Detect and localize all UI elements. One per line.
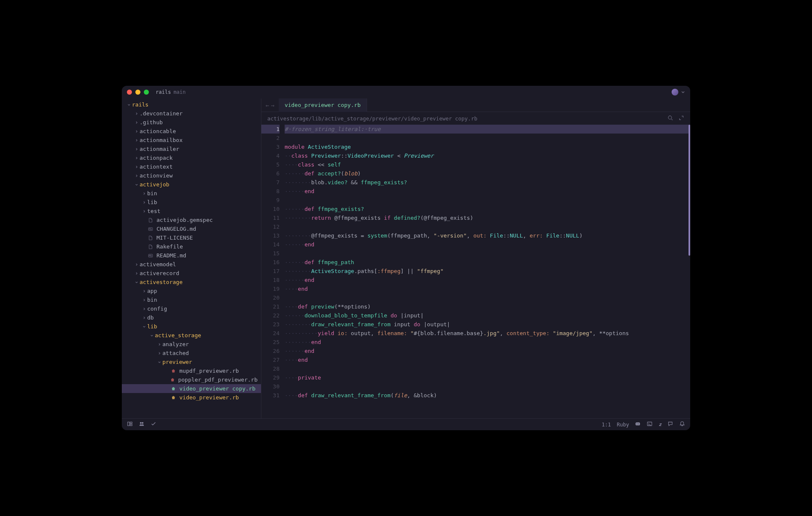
tree-folder[interactable]: active_storage	[122, 331, 261, 340]
chevron-down-icon[interactable]	[149, 334, 155, 337]
chevron-down-icon[interactable]	[681, 89, 685, 96]
tree-folder[interactable]: bin	[122, 295, 261, 304]
zed-icon[interactable]: z	[658, 422, 661, 427]
tree-folder[interactable]: activejob	[122, 180, 261, 189]
code-line[interactable]: ··········yield io: output, filename: "#…	[285, 329, 690, 338]
code-line[interactable]: ········blob.video? && ffmpeg_exists?	[285, 178, 690, 187]
tree-folder[interactable]: bin	[122, 189, 261, 198]
chevron-right-icon[interactable]	[134, 139, 140, 142]
tree-file[interactable]: CHANGELOG.md	[122, 224, 261, 233]
chevron-down-icon[interactable]	[134, 281, 140, 284]
scrollbar-thumb[interactable]	[689, 125, 690, 256]
tree-file[interactable]: Rakefile	[122, 242, 261, 251]
diagnostics-icon[interactable]	[151, 421, 156, 428]
tree-folder[interactable]: attached	[122, 349, 261, 358]
code-line[interactable]	[285, 364, 690, 373]
language-mode[interactable]: Ruby	[617, 422, 629, 428]
code-line[interactable]: ······def ffmpeg_path	[285, 258, 690, 267]
tree-folder[interactable]: actionpack	[122, 153, 261, 162]
chevron-right-icon[interactable]	[134, 263, 140, 266]
notifications-icon[interactable]	[679, 421, 685, 428]
chevron-right-icon[interactable]	[134, 165, 140, 169]
tree-folder[interactable]: actionmailer	[122, 145, 261, 153]
terminal-icon[interactable]	[647, 421, 653, 428]
tree-folder[interactable]: rails	[122, 100, 261, 109]
tree-folder[interactable]: actiontext	[122, 162, 261, 171]
tree-folder[interactable]: actioncable	[122, 127, 261, 136]
chevron-down-icon[interactable]	[134, 183, 140, 186]
tree-folder[interactable]: actionview	[122, 171, 261, 180]
file-tree[interactable]: rails.devcontainer.githubactioncableacti…	[122, 98, 261, 418]
cursor-position[interactable]: 1:1	[602, 422, 611, 428]
chevron-right-icon[interactable]	[141, 201, 147, 204]
chevron-right-icon[interactable]	[141, 192, 147, 195]
minimize-window-button[interactable]	[135, 90, 140, 95]
chevron-right-icon[interactable]	[134, 147, 140, 151]
tree-folder[interactable]: db	[122, 313, 261, 322]
copilot-icon[interactable]	[635, 421, 641, 428]
code-line[interactable]: ······def accept?(blob)	[285, 169, 690, 178]
code-line[interactable]: ······end	[285, 276, 690, 284]
tree-folder[interactable]: lib	[122, 198, 261, 207]
code-line[interactable]	[285, 249, 690, 258]
code-line[interactable]: ······def ffmpeg_exists?	[285, 205, 690, 213]
nav-forward-icon[interactable]: →	[271, 102, 274, 109]
code-line[interactable]: ······end	[285, 187, 690, 196]
tree-folder[interactable]: lib	[122, 322, 261, 331]
code-area[interactable]: 1234567891011121314151617181920212223242…	[261, 125, 690, 418]
code-line[interactable]: ········end	[285, 338, 690, 347]
tree-folder[interactable]: .github	[122, 118, 261, 127]
tree-folder[interactable]: activerecord	[122, 269, 261, 278]
code-line[interactable]: ····def draw_relevant_frame_from(file, &…	[285, 391, 690, 400]
tree-folder[interactable]: app	[122, 287, 261, 295]
chevron-right-icon[interactable]	[141, 289, 147, 293]
maximize-window-button[interactable]	[144, 90, 149, 95]
tree-file[interactable]: README.md	[122, 251, 261, 260]
chevron-right-icon[interactable]	[141, 307, 147, 311]
chevron-right-icon[interactable]	[141, 298, 147, 302]
expand-icon[interactable]	[678, 115, 684, 122]
tree-folder[interactable]: activemodel	[122, 260, 261, 269]
code-line[interactable]: ········return @ffmpeg_exists if defined…	[285, 213, 690, 222]
tree-folder[interactable]: actionmailbox	[122, 136, 261, 145]
tree-folder[interactable]: activestorage	[122, 278, 261, 287]
git-branch[interactable]: main	[173, 89, 186, 95]
chevron-right-icon[interactable]	[156, 352, 162, 355]
tree-file[interactable]: MIT-LICENSE	[122, 233, 261, 242]
chevron-right-icon[interactable]	[156, 343, 162, 346]
nav-back-icon[interactable]: ←	[266, 102, 269, 109]
chevron-down-icon[interactable]	[156, 360, 162, 364]
chevron-right-icon[interactable]	[134, 130, 140, 133]
code-line[interactable]	[285, 134, 690, 142]
tree-folder[interactable]: analyzer	[122, 340, 261, 349]
tree-file[interactable]: mupdf_previewer.rb	[122, 366, 261, 375]
tree-folder[interactable]: previewer	[122, 358, 261, 366]
search-icon[interactable]	[667, 115, 673, 122]
tree-file[interactable]: video_previewer copy.rb	[122, 384, 261, 393]
tree-folder[interactable]: .devcontainer	[122, 109, 261, 118]
code-line[interactable]: ········draw_relevant_frame_from input d…	[285, 320, 690, 329]
code-line[interactable]: ····private	[285, 373, 690, 382]
feedback-icon[interactable]	[667, 421, 673, 428]
project-panel-icon[interactable]	[127, 421, 133, 428]
collaborators-icon[interactable]	[139, 421, 145, 428]
code-line[interactable]: ······end	[285, 347, 690, 355]
code-line[interactable]: ····def preview(**options)	[285, 302, 690, 311]
tree-folder[interactable]: test	[122, 207, 261, 216]
code-line[interactable]: ······download_blob_to_tempfile do |inpu…	[285, 311, 690, 320]
breadcrumb-path[interactable]: activestorage/lib/active_storage/preview…	[267, 115, 477, 122]
chevron-down-icon[interactable]	[141, 325, 147, 328]
code-line[interactable]: module ActiveStorage	[285, 142, 690, 151]
code-content[interactable]: #·frozen_string_literal:·truemodule Acti…	[285, 125, 690, 418]
tree-file[interactable]: video_previewer.rb	[122, 393, 261, 402]
editor-tab[interactable]: video_previewer copy.rb	[279, 98, 367, 112]
close-window-button[interactable]	[127, 90, 132, 95]
chevron-right-icon[interactable]	[134, 121, 140, 124]
chevron-right-icon[interactable]	[134, 174, 140, 177]
code-line[interactable]: ····class << self	[285, 160, 690, 169]
code-line[interactable]: ········@ffmpeg_exists = system(ffmpeg_p…	[285, 231, 690, 240]
tree-folder[interactable]: config	[122, 304, 261, 313]
code-line[interactable]: ······end	[285, 240, 690, 249]
code-line[interactable]: ····end	[285, 355, 690, 364]
code-line[interactable]: ··class Previewer::VideoPreviewer < Prev…	[285, 151, 690, 160]
